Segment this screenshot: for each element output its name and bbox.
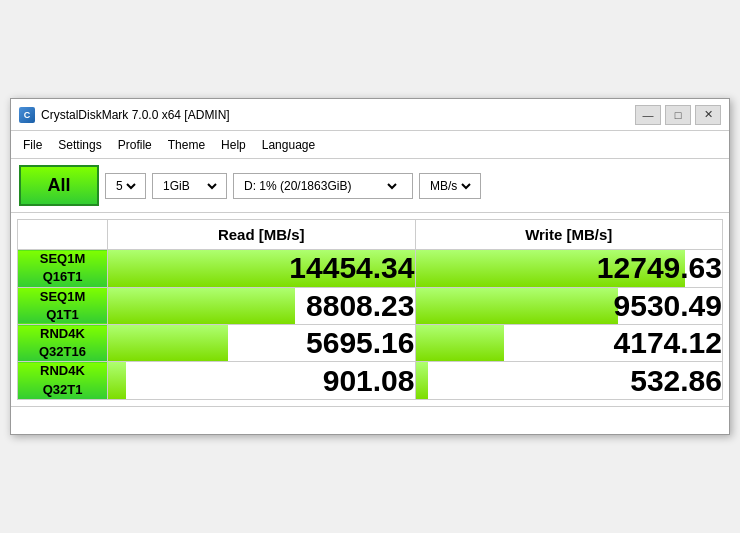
row-label: SEQ1MQ16T1 bbox=[18, 250, 108, 287]
menu-file[interactable]: File bbox=[15, 135, 50, 155]
row-label: RND4KQ32T1 bbox=[18, 362, 108, 399]
read-value: 14454.34 bbox=[108, 250, 416, 287]
toolbar: All 5 1 3 9 1GiB 512MiB 2GiB D: 1% (20/1… bbox=[11, 159, 729, 213]
read-value: 901.08 bbox=[108, 362, 416, 399]
table-row: RND4KQ32T165695.164174.12 bbox=[18, 325, 723, 362]
table-row: SEQ1MQ1T18808.239530.49 bbox=[18, 287, 723, 324]
table-row: RND4KQ32T1901.08532.86 bbox=[18, 362, 723, 399]
read-value: 8808.23 bbox=[108, 287, 416, 324]
drive-dropdown[interactable]: D: 1% (20/1863GiB) C: bbox=[240, 178, 400, 194]
drive-select[interactable]: D: 1% (20/1863GiB) C: bbox=[233, 173, 413, 199]
write-value: 9530.49 bbox=[415, 287, 723, 324]
unit-dropdown[interactable]: MB/s GB/s bbox=[426, 178, 474, 194]
row-label: RND4KQ32T16 bbox=[18, 325, 108, 362]
write-header: Write [MB/s] bbox=[415, 220, 723, 250]
bottom-bar bbox=[11, 406, 729, 434]
title-bar: C CrystalDiskMark 7.0.0 x64 [ADMIN] — □ … bbox=[11, 99, 729, 131]
title-bar-left: C CrystalDiskMark 7.0.0 x64 [ADMIN] bbox=[19, 107, 230, 123]
table-row: SEQ1MQ16T114454.3412749.63 bbox=[18, 250, 723, 287]
close-button[interactable]: ✕ bbox=[695, 105, 721, 125]
main-window: C CrystalDiskMark 7.0.0 x64 [ADMIN] — □ … bbox=[10, 98, 730, 435]
minimize-button[interactable]: — bbox=[635, 105, 661, 125]
maximize-button[interactable]: □ bbox=[665, 105, 691, 125]
menu-theme[interactable]: Theme bbox=[160, 135, 213, 155]
loops-dropdown[interactable]: 5 1 3 9 bbox=[112, 178, 139, 194]
read-header: Read [MB/s] bbox=[108, 220, 416, 250]
write-value: 12749.63 bbox=[415, 250, 723, 287]
loops-select[interactable]: 5 1 3 9 bbox=[105, 173, 146, 199]
window-controls: — □ ✕ bbox=[635, 105, 721, 125]
write-value: 532.86 bbox=[415, 362, 723, 399]
app-icon: C bbox=[19, 107, 35, 123]
menu-language[interactable]: Language bbox=[254, 135, 323, 155]
menu-bar: File Settings Profile Theme Help Languag… bbox=[11, 131, 729, 159]
empty-header bbox=[18, 220, 108, 250]
row-label: SEQ1MQ1T1 bbox=[18, 287, 108, 324]
menu-help[interactable]: Help bbox=[213, 135, 254, 155]
benchmark-table: Read [MB/s] Write [MB/s] SEQ1MQ16T114454… bbox=[17, 219, 723, 400]
write-value: 4174.12 bbox=[415, 325, 723, 362]
size-dropdown[interactable]: 1GiB 512MiB 2GiB bbox=[159, 178, 220, 194]
size-select[interactable]: 1GiB 512MiB 2GiB bbox=[152, 173, 227, 199]
menu-settings[interactable]: Settings bbox=[50, 135, 109, 155]
read-value: 5695.16 bbox=[108, 325, 416, 362]
all-button[interactable]: All bbox=[19, 165, 99, 206]
menu-profile[interactable]: Profile bbox=[110, 135, 160, 155]
main-content: Read [MB/s] Write [MB/s] SEQ1MQ16T114454… bbox=[11, 213, 729, 406]
window-title: CrystalDiskMark 7.0.0 x64 [ADMIN] bbox=[41, 108, 230, 122]
unit-select[interactable]: MB/s GB/s bbox=[419, 173, 481, 199]
